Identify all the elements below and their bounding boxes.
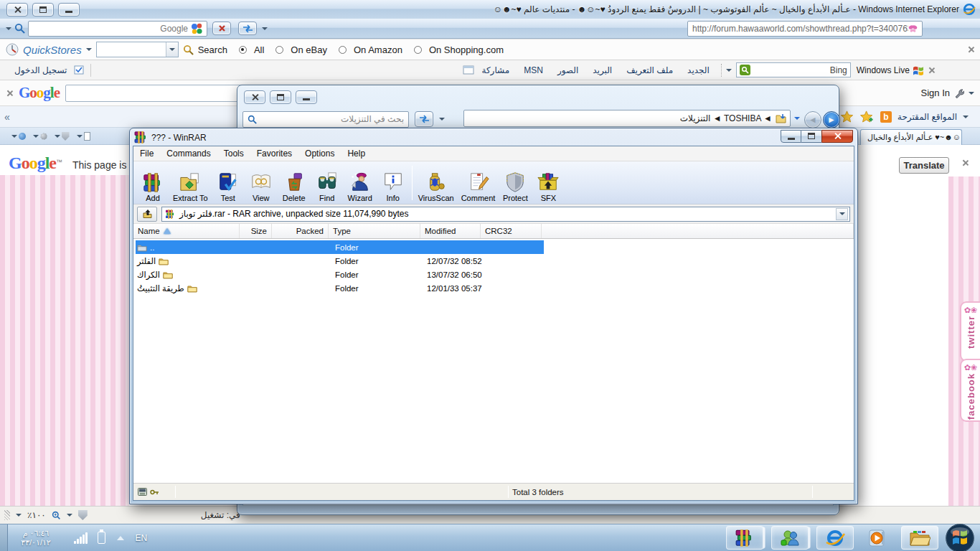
- add-favorite-icon[interactable]: [859, 110, 875, 123]
- taskbar-explorer-button[interactable]: [901, 526, 938, 550]
- winrar-window[interactable]: ??? - WinRAR File Commands Tools Favorit…: [129, 128, 858, 504]
- taskbar-winrar-button[interactable]: [726, 526, 763, 550]
- favorites-star-icon[interactable]: [840, 110, 854, 123]
- table-row[interactable]: طريقة التثبيتُ Folder 12/01/33 05:37 م: [136, 281, 544, 295]
- column-name[interactable]: Name: [133, 224, 240, 238]
- bing-search-input[interactable]: Bing: [736, 62, 851, 77]
- resize-grip[interactable]: [4, 510, 10, 520]
- column-type[interactable]: Type: [329, 224, 420, 238]
- radio-on-amazon[interactable]: [339, 46, 347, 54]
- up-one-level-button[interactable]: [137, 207, 157, 222]
- explorer-address-bar[interactable]: التنزيلات ◄ TOSHIBA ◄: [463, 110, 791, 127]
- stop-button[interactable]: [212, 22, 231, 35]
- quickstores-dropdown-button[interactable]: [166, 42, 178, 57]
- taskbar-wmp-button[interactable]: [859, 526, 896, 550]
- ie-minimize-button[interactable]: [58, 3, 80, 17]
- bing-options-caret-icon[interactable]: [726, 69, 732, 72]
- facebook-badge[interactable]: ✿❀ facebook: [960, 359, 980, 422]
- ie-close-button[interactable]: [6, 3, 28, 17]
- archive-dropdown-button[interactable]: [836, 208, 848, 220]
- file-list[interactable]: .. Folder الفلتر: [133, 239, 854, 483]
- comment-button[interactable]: Comment: [458, 171, 499, 203]
- taskbar-clock[interactable]: ٠٦:٤٦ م ٣٣/٠١/١٢: [8, 529, 64, 547]
- google-options-caret-icon[interactable]: [969, 92, 974, 95]
- wl-item-share[interactable]: مشاركة: [474, 65, 517, 75]
- winrar-close-button[interactable]: [821, 130, 853, 143]
- taskbar-messenger-button[interactable]: [771, 526, 809, 550]
- wl-item-new[interactable]: الجديد: [680, 65, 717, 75]
- extract-to-button[interactable]: Extract To: [169, 171, 212, 203]
- language-indicator[interactable]: EN: [136, 533, 148, 543]
- radio-all-label[interactable]: All: [254, 44, 264, 55]
- explorer-forward-button[interactable]: ►: [823, 111, 840, 128]
- wl-sign-in-link[interactable]: تسجيل الدخول: [7, 65, 74, 75]
- explorer-breadcrumb[interactable]: التنزيلات ◄ TOSHIBA ◄: [680, 113, 772, 123]
- column-crc32[interactable]: CRC32: [481, 224, 542, 238]
- explorer-refresh-button[interactable]: [415, 111, 433, 127]
- add-button[interactable]: Add: [136, 171, 169, 203]
- wl-item-profile[interactable]: ملف التعريف: [619, 65, 680, 75]
- menu-commands[interactable]: Commands: [160, 147, 217, 160]
- info-button[interactable]: Info: [377, 171, 410, 203]
- wl-item-mail[interactable]: البريد: [585, 65, 619, 75]
- show-desktop-button[interactable]: [0, 524, 8, 551]
- explorer-back-button[interactable]: ◄: [804, 111, 821, 128]
- explorer-close-button[interactable]: [244, 90, 265, 104]
- radio-on-shopping-label[interactable]: On Shopping.com: [429, 44, 504, 55]
- collapse-chevron-icon[interactable]: «: [4, 111, 10, 123]
- radio-all[interactable]: [239, 46, 247, 54]
- suggested-sites-caret-icon[interactable]: [963, 116, 969, 118]
- archive-path-combobox[interactable]: فلتر توباز.rar - RAR archive, unpacked s…: [161, 207, 850, 222]
- toolbar-search-input[interactable]: Google: [28, 21, 207, 37]
- quickstores-search-input[interactable]: [96, 42, 179, 57]
- protect-button[interactable]: Protect: [499, 171, 532, 203]
- table-row[interactable]: .. Folder: [136, 240, 544, 254]
- twitter-badge[interactable]: ✿❀ twitter: [960, 301, 980, 362]
- menu-favorites[interactable]: Favorites: [250, 147, 298, 160]
- command-button-page[interactable]: [75, 130, 92, 143]
- radio-on-ebay-label[interactable]: On eBay: [291, 44, 327, 55]
- browser-tab[interactable]: ☺☻~♥ عـألم الأبدأع والخيال: [860, 129, 962, 145]
- quickstores-caret-icon[interactable]: [86, 48, 92, 51]
- address-bar-input[interactable]: http://forum.hawaaworld.com/showthread.p…: [687, 21, 923, 37]
- address-history-caret-icon[interactable]: [794, 117, 800, 120]
- table-row[interactable]: الفلتر Folder 12/07/32 08:52 م: [136, 254, 544, 268]
- command-button-tools[interactable]: [32, 130, 49, 143]
- menu-help[interactable]: Help: [341, 147, 372, 160]
- column-modified[interactable]: Modified: [420, 224, 481, 238]
- ie-maximize-button[interactable]: [32, 3, 54, 17]
- find-button[interactable]: Find: [311, 171, 344, 203]
- translate-button[interactable]: Translate: [899, 157, 949, 174]
- start-button[interactable]: [945, 523, 975, 551]
- explorer-search-caret-icon[interactable]: [439, 118, 445, 121]
- security-caret-icon[interactable]: [67, 514, 72, 517]
- wl-item-photos[interactable]: الصور: [550, 65, 585, 75]
- command-button-home[interactable]: [10, 130, 27, 143]
- windows-live-brand[interactable]: Windows Live: [857, 65, 910, 75]
- radio-on-amazon-label[interactable]: On Amazon: [354, 44, 402, 55]
- winrar-maximize-button[interactable]: [801, 130, 821, 143]
- delete-button[interactable]: Delete: [278, 171, 311, 203]
- taskbar-ie-button[interactable]: [816, 526, 854, 550]
- virusscan-button[interactable]: VirusScan: [415, 171, 458, 203]
- battery-icon[interactable]: [98, 532, 105, 544]
- table-row[interactable]: الكراك Folder 13/07/32 06:50 م: [136, 268, 544, 281]
- refresh-options-caret-icon[interactable]: [262, 27, 268, 30]
- refresh-button[interactable]: [238, 22, 257, 35]
- menu-tools[interactable]: Tools: [217, 147, 250, 160]
- google-sign-in-link[interactable]: Sign In: [921, 88, 950, 98]
- close-toolbar-icon[interactable]: [6, 90, 13, 97]
- explorer-search-input[interactable]: بحث في التنزيلات: [242, 111, 409, 128]
- search-options-caret-icon[interactable]: [6, 27, 11, 30]
- menu-options[interactable]: Options: [298, 147, 341, 160]
- hidden-icons-chevron-icon[interactable]: [117, 536, 124, 540]
- close-toolbar-icon[interactable]: [967, 46, 974, 53]
- wrench-icon[interactable]: [954, 88, 964, 98]
- column-packed[interactable]: Packed: [272, 224, 329, 238]
- winrar-minimize-button[interactable]: [781, 130, 801, 143]
- suggested-sites-link[interactable]: المواقع المقترحة: [897, 112, 957, 122]
- view-button[interactable]: View: [245, 171, 278, 203]
- column-size[interactable]: Size: [240, 224, 272, 238]
- network-signal-icon[interactable]: [74, 532, 88, 544]
- close-toolbar-icon[interactable]: [928, 67, 936, 74]
